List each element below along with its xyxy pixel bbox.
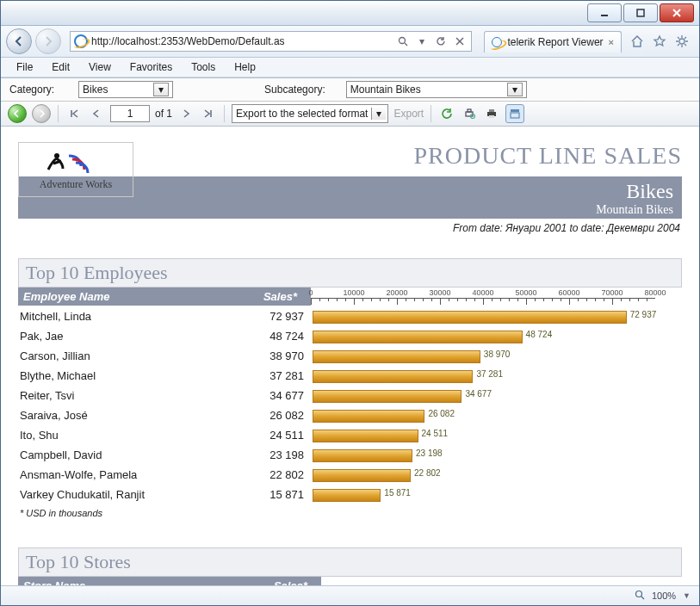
- svg-rect-13: [489, 109, 494, 112]
- url-text: http://localhost:2353/WebDemo/Default.as: [91, 35, 392, 47]
- bar-cell: 38 970: [313, 349, 682, 364]
- bar-value-label: 48 724: [526, 330, 553, 339]
- home-icon[interactable]: [630, 34, 644, 48]
- col-header-store: Store Name: [23, 579, 221, 585]
- page-content: Category: Bikes ▾ Subcategory: Mountain …: [1, 77, 699, 585]
- export-format-select[interactable]: Export to the selected format ▾: [232, 104, 388, 123]
- report-title: PRODUCT LINE SALES: [133, 142, 682, 170]
- bar: [313, 489, 381, 502]
- category-label: Category:: [9, 83, 54, 96]
- bar-cell: 26 082: [313, 408, 682, 424]
- employee-sales: 23 198: [218, 448, 313, 461]
- bar-cell: 23 198: [313, 448, 682, 463]
- bar-value-label: 23 198: [416, 448, 443, 458]
- employee-name: Varkey Chudukatil, Ranjit: [18, 488, 218, 501]
- subcategory-select[interactable]: Mountain Bikes ▾: [346, 81, 527, 98]
- zoom-dropdown-icon[interactable]: ▼: [683, 591, 691, 600]
- employee-sales: 22 802: [218, 468, 313, 481]
- last-page-button[interactable]: [200, 105, 217, 122]
- report-canvas: Adventure Works PRODUCT LINE SALES Bikes…: [1, 127, 699, 585]
- bar: [313, 410, 424, 423]
- first-page-button[interactable]: [65, 105, 83, 122]
- stop-icon[interactable]: [452, 34, 468, 49]
- menu-tools[interactable]: Tools: [183, 59, 224, 75]
- bar-cell: 15 871: [313, 487, 682, 503]
- tab-title: telerik Report Viewer: [507, 36, 603, 48]
- refresh-report-button[interactable]: [438, 105, 455, 122]
- zoom-icon[interactable]: [635, 590, 645, 602]
- forward-button[interactable]: [35, 28, 61, 54]
- bar-value-label: 26 082: [428, 409, 455, 418]
- prev-page-button[interactable]: [88, 105, 105, 122]
- employee-name: Reiter, Tsvi: [18, 389, 218, 402]
- axis-tick-label: 10000: [343, 288, 364, 297]
- employee-name: Pak, Jae: [18, 330, 218, 343]
- col-header-store-sales: Sales*: [221, 579, 316, 585]
- menu-help[interactable]: Help: [226, 59, 264, 75]
- employee-name: Carson, Jillian: [18, 349, 218, 362]
- zoom-level[interactable]: 100%: [652, 591, 676, 601]
- browser-statusbar: 100% ▼: [1, 585, 699, 605]
- menu-edit[interactable]: Edit: [43, 59, 78, 75]
- company-logo: Adventure Works: [18, 142, 133, 197]
- page-of-label: of 1: [155, 108, 172, 120]
- bar-value-label: 34 677: [465, 389, 492, 399]
- section-title-stores: Top 10 Stores: [18, 547, 682, 577]
- nav-next-record-button[interactable]: [32, 104, 51, 123]
- maximize-button[interactable]: [623, 3, 658, 22]
- col-header-name: Employee Name: [23, 290, 221, 303]
- employee-sales: 72 937: [218, 310, 313, 323]
- browser-tab[interactable]: telerik Report Viewer ×: [484, 31, 622, 53]
- employee-name: Campbell, David: [18, 448, 218, 461]
- bar-value-label: 22 802: [414, 468, 441, 478]
- bar-cell: 34 677: [313, 388, 682, 404]
- titlebar: [1, 1, 699, 26]
- page-number-input[interactable]: 1: [110, 105, 150, 122]
- window-frame: http://localhost:2353/WebDemo/Default.as…: [0, 0, 700, 606]
- address-bar[interactable]: http://localhost:2353/WebDemo/Default.as…: [70, 31, 472, 52]
- subcategory-label: Subcategory:: [264, 83, 325, 96]
- table-row: Mitchell, Linda72 93772 937: [18, 306, 682, 326]
- dropdown-caret-icon: ▾: [507, 83, 523, 96]
- menu-view[interactable]: View: [80, 59, 120, 75]
- favorites-icon[interactable]: [653, 34, 666, 48]
- toggle-parameters-button[interactable]: [505, 104, 524, 123]
- category-select[interactable]: Bikes ▾: [78, 81, 173, 98]
- print-preview-button[interactable]: [461, 105, 478, 122]
- close-button[interactable]: [660, 3, 694, 22]
- report-date-range: From date: Януари 2001 to date: Декември…: [18, 219, 682, 234]
- bar: [313, 370, 473, 383]
- employees-table-header: Employee Name Sales*: [18, 288, 311, 306]
- svg-rect-14: [489, 115, 494, 118]
- subcategory-value: Mountain Bikes: [350, 83, 421, 96]
- print-button[interactable]: [483, 105, 500, 122]
- report-toolbar: 1 of 1 Export to the selected format ▾ E…: [1, 102, 699, 127]
- tools-icon[interactable]: [675, 34, 689, 48]
- employee-name: Blythe, Michael: [18, 369, 218, 382]
- category-value: Bikes: [83, 83, 108, 96]
- table-row: Varkey Chudukatil, Ranjit15 87115 871: [18, 485, 682, 504]
- employee-name: Saraiva, José: [18, 409, 218, 422]
- svg-point-8: [679, 39, 685, 44]
- menu-file[interactable]: File: [8, 59, 41, 75]
- next-page-button[interactable]: [177, 105, 195, 122]
- back-button[interactable]: [6, 28, 32, 54]
- search-icon[interactable]: [395, 34, 411, 49]
- bar: [313, 350, 480, 363]
- axis-tick-label: 30000: [429, 288, 450, 297]
- employee-name: Ansman-Wolfe, Pamela: [18, 468, 218, 481]
- tab-close-icon[interactable]: ×: [609, 37, 614, 47]
- employee-sales: 34 677: [218, 389, 313, 402]
- tab-bar: telerik Report Viewer ×: [484, 31, 622, 53]
- minimize-button[interactable]: [587, 3, 622, 22]
- export-button[interactable]: Export: [393, 108, 424, 120]
- refresh-icon[interactable]: [433, 34, 449, 49]
- menu-favorites[interactable]: Favorites: [121, 59, 181, 75]
- nav-first-record-button[interactable]: [8, 104, 27, 123]
- url-dropdown-icon[interactable]: ▾: [414, 34, 430, 49]
- bar: [313, 449, 412, 462]
- logo-text: Adventure Works: [40, 178, 112, 191]
- bar-cell: 24 511: [313, 428, 682, 443]
- col-header-sales: Sales*: [221, 290, 306, 303]
- axis-tick-label: 60000: [558, 288, 579, 297]
